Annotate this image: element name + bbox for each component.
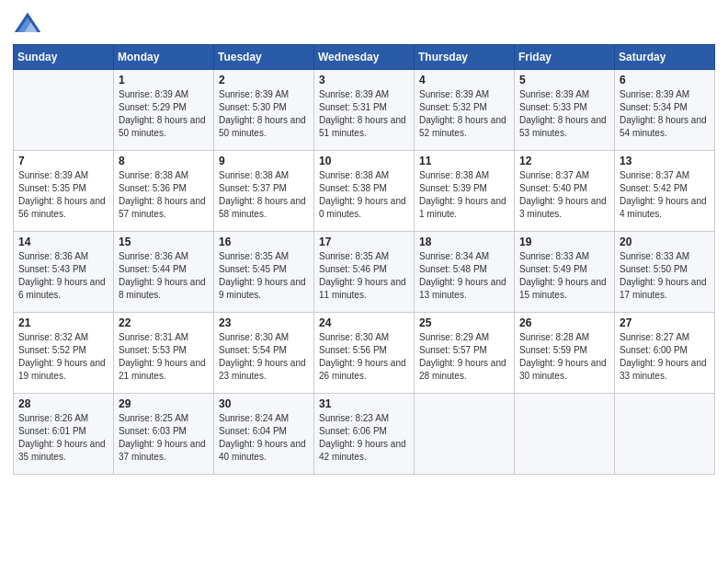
day-cell: 3Sunrise: 8:39 AMSunset: 5:31 PMDaylight… (314, 70, 415, 151)
day-info: Sunrise: 8:38 AMSunset: 5:39 PMDaylight:… (419, 169, 509, 221)
page: SundayMondayTuesdayWednesdayThursdayFrid… (0, 0, 728, 563)
day-cell: 26Sunrise: 8:28 AMSunset: 5:59 PMDayligh… (515, 313, 615, 394)
day-info: Sunrise: 8:27 AMSunset: 6:00 PMDaylight:… (620, 331, 710, 383)
day-cell: 31Sunrise: 8:23 AMSunset: 6:06 PMDayligh… (314, 394, 415, 475)
day-info: Sunrise: 8:28 AMSunset: 5:59 PMDaylight:… (519, 331, 609, 383)
week-row-3: 14Sunrise: 8:36 AMSunset: 5:43 PMDayligh… (14, 232, 715, 313)
day-cell: 2Sunrise: 8:39 AMSunset: 5:30 PMDaylight… (214, 70, 314, 151)
day-cell: 13Sunrise: 8:37 AMSunset: 5:42 PMDayligh… (615, 151, 715, 232)
day-info: Sunrise: 8:32 AMSunset: 5:52 PMDaylight:… (18, 331, 108, 383)
day-number: 18 (419, 236, 509, 248)
day-number: 19 (519, 236, 609, 248)
day-cell: 28Sunrise: 8:26 AMSunset: 6:01 PMDayligh… (14, 394, 114, 475)
day-number: 15 (119, 236, 209, 248)
day-cell: 25Sunrise: 8:29 AMSunset: 5:57 PMDayligh… (415, 313, 515, 394)
day-cell (515, 394, 615, 475)
day-info: Sunrise: 8:35 AMSunset: 5:45 PMDaylight:… (219, 250, 309, 302)
week-row-2: 7Sunrise: 8:39 AMSunset: 5:35 PMDaylight… (14, 151, 715, 232)
day-info: Sunrise: 8:39 AMSunset: 5:34 PMDaylight:… (620, 88, 710, 140)
day-number: 14 (18, 236, 108, 248)
day-info: Sunrise: 8:39 AMSunset: 5:35 PMDaylight:… (18, 169, 108, 221)
col-header-friday: Friday (515, 45, 615, 70)
logo (13, 9, 46, 39)
day-number: 23 (219, 316, 309, 329)
day-cell: 23Sunrise: 8:30 AMSunset: 5:54 PMDayligh… (214, 313, 314, 394)
calendar-table: SundayMondayTuesdayWednesdayThursdayFrid… (13, 44, 715, 475)
week-row-4: 21Sunrise: 8:32 AMSunset: 5:52 PMDayligh… (14, 313, 715, 394)
day-info: Sunrise: 8:23 AMSunset: 6:06 PMDaylight:… (319, 412, 409, 464)
day-cell: 5Sunrise: 8:39 AMSunset: 5:33 PMDaylight… (515, 70, 615, 151)
day-cell: 4Sunrise: 8:39 AMSunset: 5:32 PMDaylight… (415, 70, 515, 151)
day-number: 9 (219, 155, 309, 167)
day-number: 12 (519, 155, 609, 167)
day-info: Sunrise: 8:26 AMSunset: 6:01 PMDaylight:… (18, 412, 108, 464)
day-info: Sunrise: 8:36 AMSunset: 5:43 PMDaylight:… (18, 250, 108, 302)
day-info: Sunrise: 8:38 AMSunset: 5:37 PMDaylight:… (219, 169, 309, 221)
day-cell: 9Sunrise: 8:38 AMSunset: 5:37 PMDaylight… (214, 151, 314, 232)
day-cell (415, 394, 515, 475)
logo-icon (13, 9, 42, 39)
day-info: Sunrise: 8:35 AMSunset: 5:46 PMDaylight:… (319, 250, 409, 302)
col-header-wednesday: Wednesday (314, 45, 415, 70)
day-info: Sunrise: 8:25 AMSunset: 6:03 PMDaylight:… (119, 412, 209, 464)
day-number: 20 (620, 236, 710, 248)
day-cell: 27Sunrise: 8:27 AMSunset: 6:00 PMDayligh… (615, 313, 715, 394)
day-info: Sunrise: 8:33 AMSunset: 5:49 PMDaylight:… (519, 250, 609, 302)
day-info: Sunrise: 8:37 AMSunset: 5:42 PMDaylight:… (620, 169, 710, 221)
day-number: 8 (119, 155, 209, 167)
day-info: Sunrise: 8:37 AMSunset: 5:40 PMDaylight:… (519, 169, 609, 221)
day-cell: 8Sunrise: 8:38 AMSunset: 5:36 PMDaylight… (114, 151, 214, 232)
header (13, 9, 715, 39)
day-cell: 14Sunrise: 8:36 AMSunset: 5:43 PMDayligh… (14, 232, 114, 313)
day-number: 31 (319, 397, 409, 410)
day-cell: 21Sunrise: 8:32 AMSunset: 5:52 PMDayligh… (14, 313, 114, 394)
day-info: Sunrise: 8:31 AMSunset: 5:53 PMDaylight:… (119, 331, 209, 383)
day-cell: 18Sunrise: 8:34 AMSunset: 5:48 PMDayligh… (415, 232, 515, 313)
day-cell: 16Sunrise: 8:35 AMSunset: 5:45 PMDayligh… (214, 232, 314, 313)
day-info: Sunrise: 8:33 AMSunset: 5:50 PMDaylight:… (620, 250, 710, 302)
day-number: 7 (18, 155, 108, 167)
day-cell: 7Sunrise: 8:39 AMSunset: 5:35 PMDaylight… (14, 151, 114, 232)
week-row-1: 1Sunrise: 8:39 AMSunset: 5:29 PMDaylight… (14, 70, 715, 151)
day-cell: 1Sunrise: 8:39 AMSunset: 5:29 PMDaylight… (114, 70, 214, 151)
day-number: 25 (419, 316, 509, 329)
day-number: 24 (319, 316, 409, 329)
day-cell: 30Sunrise: 8:24 AMSunset: 6:04 PMDayligh… (214, 394, 314, 475)
day-number: 16 (219, 236, 309, 248)
day-info: Sunrise: 8:39 AMSunset: 5:33 PMDaylight:… (519, 88, 609, 140)
day-info: Sunrise: 8:39 AMSunset: 5:31 PMDaylight:… (319, 88, 409, 140)
day-number: 3 (319, 74, 409, 86)
day-cell: 20Sunrise: 8:33 AMSunset: 5:50 PMDayligh… (615, 232, 715, 313)
day-number: 10 (319, 155, 409, 167)
day-number: 27 (620, 316, 710, 329)
day-cell (14, 70, 114, 151)
day-number: 2 (219, 74, 309, 86)
day-number: 21 (18, 316, 108, 329)
day-number: 28 (18, 397, 108, 410)
col-header-thursday: Thursday (415, 45, 515, 70)
day-info: Sunrise: 8:29 AMSunset: 5:57 PMDaylight:… (419, 331, 509, 383)
day-number: 26 (519, 316, 609, 329)
col-header-saturday: Saturday (615, 45, 715, 70)
day-info: Sunrise: 8:39 AMSunset: 5:29 PMDaylight:… (119, 88, 209, 140)
col-header-monday: Monday (114, 45, 214, 70)
day-number: 13 (620, 155, 710, 167)
day-cell: 15Sunrise: 8:36 AMSunset: 5:44 PMDayligh… (114, 232, 214, 313)
day-number: 30 (219, 397, 309, 410)
day-cell (615, 394, 715, 475)
day-cell: 19Sunrise: 8:33 AMSunset: 5:49 PMDayligh… (515, 232, 615, 313)
day-info: Sunrise: 8:39 AMSunset: 5:32 PMDaylight:… (419, 88, 509, 140)
day-number: 11 (419, 155, 509, 167)
day-number: 5 (519, 74, 609, 86)
day-number: 6 (620, 74, 710, 86)
day-cell: 22Sunrise: 8:31 AMSunset: 5:53 PMDayligh… (114, 313, 214, 394)
header-row: SundayMondayTuesdayWednesdayThursdayFrid… (14, 45, 715, 70)
day-cell: 6Sunrise: 8:39 AMSunset: 5:34 PMDaylight… (615, 70, 715, 151)
day-number: 22 (119, 316, 209, 329)
day-number: 29 (119, 397, 209, 410)
day-info: Sunrise: 8:38 AMSunset: 5:36 PMDaylight:… (119, 169, 209, 221)
day-cell: 24Sunrise: 8:30 AMSunset: 5:56 PMDayligh… (314, 313, 415, 394)
col-header-sunday: Sunday (14, 45, 114, 70)
day-number: 4 (419, 74, 509, 86)
day-cell: 11Sunrise: 8:38 AMSunset: 5:39 PMDayligh… (415, 151, 515, 232)
